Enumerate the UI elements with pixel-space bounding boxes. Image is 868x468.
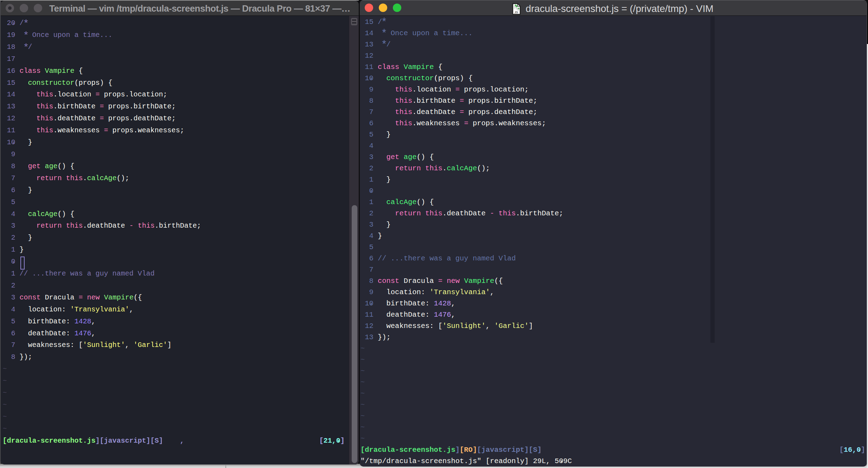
svg-text:JS: JS bbox=[514, 11, 518, 14]
